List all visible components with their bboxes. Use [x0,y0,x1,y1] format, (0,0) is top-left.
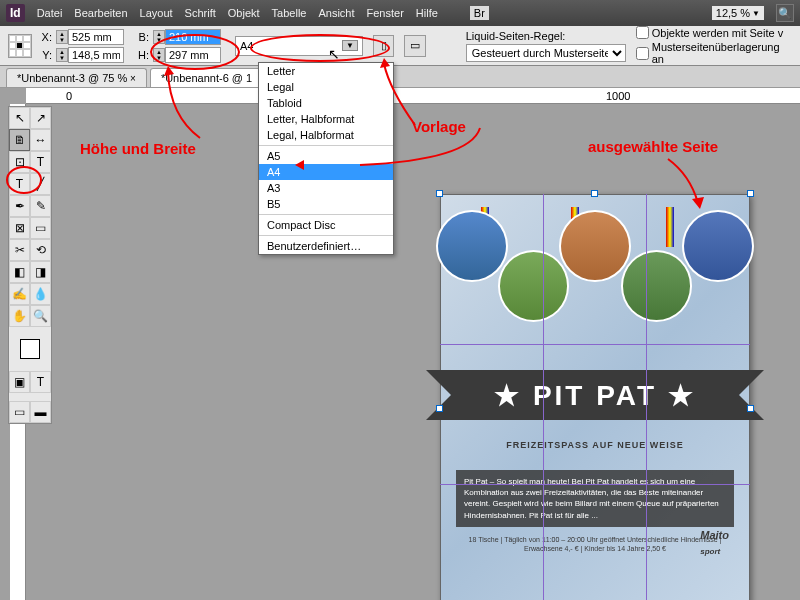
gap-tool[interactable]: ↔ [30,129,51,151]
master-overlay-checkbox[interactable] [636,47,649,60]
gradient-feather-tool[interactable]: ◨ [30,261,51,283]
menu-hilfe[interactable]: Hilfe [416,7,438,19]
w-label: B: [138,31,149,43]
zoom-tool[interactable]: 🔍 [30,305,51,327]
h-label: H: [138,49,149,61]
title-banner: ★ PIT PAT ★ [451,370,739,420]
document-page[interactable]: ★ PIT PAT ★ FREIZEITSPASS AUF NEUE WEISE… [440,194,750,600]
tab-doc-2[interactable]: *Unbenannt-6 @ 1 [150,68,263,87]
preset-item-selected[interactable]: A4 [259,164,393,180]
container-format[interactable]: ▣ [9,371,30,393]
preset-item[interactable]: A3 [259,180,393,196]
pencil-tool[interactable]: ✎ [30,195,51,217]
preset-item[interactable]: Tabloid [259,95,393,111]
cursor-icon: ↖ [328,46,340,62]
view-mode-normal[interactable]: ▭ [9,401,30,423]
page-preset-select[interactable]: A4▼ [235,36,363,56]
content-tool[interactable]: ⊡ [9,151,30,173]
gradient-tool[interactable]: ◧ [9,261,30,283]
eyedropper-tool[interactable]: 💧 [30,283,51,305]
tab-doc-1[interactable]: *Unbenannt-3 @ 75 % × [6,68,147,87]
note-tool[interactable]: ✍ [9,283,30,305]
app-logo: Id [6,4,25,22]
view-mode-preview[interactable]: ▬ [30,401,51,423]
scissors-tool[interactable]: ✂ [9,239,30,261]
menu-schrift[interactable]: Schrift [185,7,216,19]
rect-frame-tool[interactable]: ⊠ [9,217,30,239]
fill-stroke-swatch[interactable] [9,335,51,363]
orientation-portrait-icon[interactable]: ▯ [373,35,395,57]
reference-point[interactable] [8,34,32,58]
page-tool[interactable]: 🗎 [9,129,30,151]
rect-tool[interactable]: ▭ [30,217,51,239]
type-tool[interactable]: T [30,151,51,173]
width-input[interactable] [165,29,221,45]
menu-objekt[interactable]: Objekt [228,7,260,19]
subtitle: FREIZEITSPASS AUF NEUE WEISE [441,440,749,450]
y-input[interactable] [68,47,124,63]
selection-tool[interactable]: ↖ [9,107,30,129]
line-tool[interactable]: ╱ [30,173,51,195]
ruler-horizontal: 0 500 1000 [26,88,800,104]
menubar: Id Datei Bearbeiten Layout Schrift Objek… [0,0,800,26]
menu-ansicht[interactable]: Ansicht [318,7,354,19]
liquid-rule-select[interactable]: Gesteuert durch Musterseite [466,44,626,62]
y-label: Y: [42,49,52,61]
preset-item[interactable]: A5 [259,148,393,164]
preset-item[interactable]: Legal [259,79,393,95]
preset-item[interactable]: B5 [259,196,393,212]
menu-datei[interactable]: Datei [37,7,63,19]
preset-item[interactable]: Compact Disc [259,217,393,233]
x-input[interactable] [68,29,124,45]
objects-with-page-checkbox[interactable] [636,26,649,39]
preset-item[interactable]: Legal, Halbformat [259,127,393,143]
menu-bearbeiten[interactable]: Bearbeiten [74,7,127,19]
direct-select-tool[interactable]: ↗ [30,107,51,129]
menu-fenster[interactable]: Fenster [367,7,404,19]
preset-dropdown: Letter Legal Tabloid Letter, Halbformat … [258,62,394,255]
hand-tool[interactable]: ✋ [9,305,30,327]
pen-tool[interactable]: ✒ [9,195,30,217]
preset-item[interactable]: Letter, Halbformat [259,111,393,127]
workspace: 0 500 1000 ↖↗ 🗎↔ ⊡T T╱ ✒✎ ⊠▭ ✂⟲ ◧◨ ✍💧 ✋🔍… [0,88,800,600]
menu-layout[interactable]: Layout [140,7,173,19]
document-tabs: *Unbenannt-3 @ 75 % × *Unbenannt-6 @ 1 [0,66,800,88]
annotation-text: ausgewählte Seite [588,138,718,155]
annotation-text: Vorlage [412,118,466,135]
menu-tabelle[interactable]: Tabelle [272,7,307,19]
control-bar: X: ▲▼ Y: ▲▼ B: ▲▼ H: ▲▼ A4▼ ▯ ▭ Liquid-S… [0,26,800,66]
preset-item-custom[interactable]: Benutzerdefiniert… [259,238,393,254]
photo-circles [441,210,749,340]
type-tool-2[interactable]: T [9,173,30,195]
text-format[interactable]: T [30,371,51,393]
zoom-select[interactable]: 12,5 %▼ [712,6,764,20]
bridge-button[interactable]: Br [470,6,489,20]
height-input[interactable] [165,47,221,63]
transform-tool[interactable]: ⟲ [30,239,51,261]
liquid-rule-label: Liquid-Seiten-Regel: [466,30,626,42]
preset-item[interactable]: Letter [259,63,393,79]
orientation-landscape-icon[interactable]: ▭ [404,35,426,57]
search-icon[interactable]: 🔍 [776,4,794,22]
annotation-text: Höhe und Breite [80,140,196,157]
x-label: X: [42,31,52,43]
canvas[interactable]: ★ PIT PAT ★ FREIZEITSPASS AUF NEUE WEISE… [40,104,800,600]
body-text-2: 18 Tische | Täglich von 11:00 – 20:00 Uh… [456,535,734,553]
toolbox: ↖↗ 🗎↔ ⊡T T╱ ✒✎ ⊠▭ ✂⟲ ◧◨ ✍💧 ✋🔍 ▣T ▭▬ [8,106,52,424]
body-text-1: Pit Pat – So spielt man heute! Bei Pit P… [456,470,734,527]
